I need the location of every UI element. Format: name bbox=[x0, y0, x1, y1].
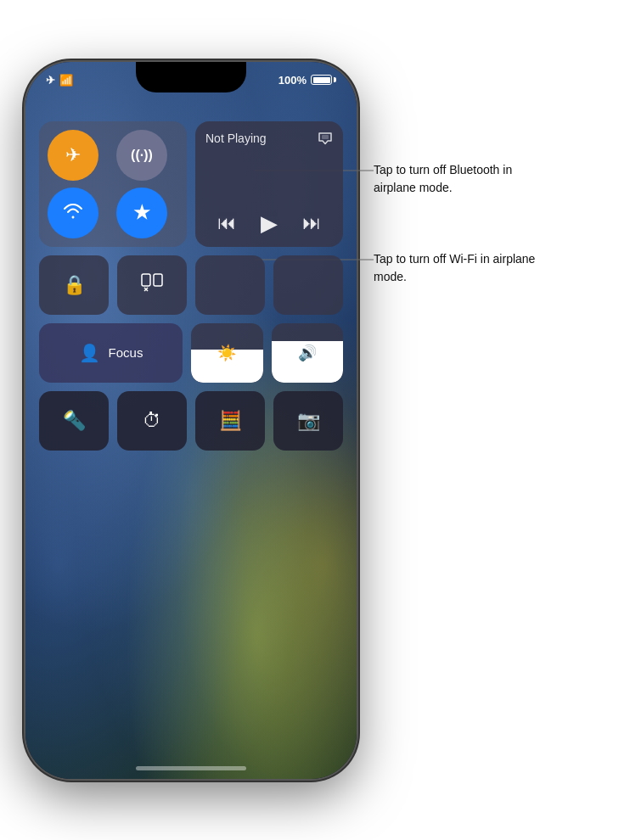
airplane-icon: ✈ bbox=[65, 144, 81, 166]
mirror-icon bbox=[141, 273, 163, 297]
cellular-icon: ((·)) bbox=[131, 148, 153, 163]
battery-tip bbox=[334, 77, 336, 82]
cellular-button[interactable]: ((·)) bbox=[116, 130, 167, 181]
empty-slot-2 bbox=[273, 255, 343, 315]
fast-forward-button[interactable]: ⏭ bbox=[302, 212, 321, 234]
svg-rect-2 bbox=[154, 274, 162, 286]
timer-icon: ⏱ bbox=[143, 410, 161, 432]
volume-slider[interactable]: 🔊 bbox=[272, 323, 344, 383]
svg-rect-1 bbox=[142, 274, 150, 286]
airplane-mode-icon: ✈ bbox=[46, 74, 55, 87]
wifi-icon bbox=[62, 202, 84, 224]
calculator-button[interactable]: 🧮 bbox=[195, 391, 265, 451]
battery-icon bbox=[311, 75, 336, 85]
now-playing-widget[interactable]: Not Playing ⏮ ▶ ⏭ bbox=[195, 121, 343, 247]
brightness-slider[interactable]: ☀️ bbox=[191, 323, 263, 383]
bluetooth-button[interactable]: ★ bbox=[116, 188, 167, 238]
svg-rect-0 bbox=[322, 135, 329, 139]
third-row: 👤 Focus ☀️ 🔊 bbox=[39, 323, 343, 383]
not-playing-label: Not Playing bbox=[205, 132, 267, 145]
bluetooth-callout-text: Tap to turn off Bluetooth in airplane mo… bbox=[374, 161, 543, 197]
phone-frame: ✈ 📶 100% ✈ bbox=[25, 62, 357, 779]
wifi-status-icon: 📶 bbox=[59, 74, 73, 87]
calculator-icon: 🧮 bbox=[219, 410, 242, 432]
screen-rotation-button[interactable]: 🔒 bbox=[39, 255, 109, 315]
second-row: 🔒 bbox=[39, 255, 343, 315]
focus-button[interactable]: 👤 Focus bbox=[39, 323, 183, 383]
timer-button[interactable]: ⏱ bbox=[117, 391, 187, 451]
volume-icon: 🔊 bbox=[298, 344, 317, 362]
play-button[interactable]: ▶ bbox=[261, 210, 278, 237]
rewind-button[interactable]: ⏮ bbox=[217, 212, 236, 234]
bluetooth-callout: Tap to turn off Bluetooth in airplane mo… bbox=[374, 161, 543, 197]
battery-fill bbox=[313, 77, 330, 83]
top-grid: ✈ ((·)) bbox=[39, 121, 343, 247]
wifi-button[interactable] bbox=[48, 188, 98, 238]
bluetooth-icon: ★ bbox=[133, 202, 150, 224]
battery-body bbox=[311, 75, 332, 85]
now-playing-top: Not Playing bbox=[205, 132, 333, 148]
focus-person-icon: 👤 bbox=[79, 343, 100, 363]
brightness-icon: ☀️ bbox=[217, 344, 236, 362]
rotation-lock-icon: 🔒 bbox=[63, 274, 86, 296]
scene: ✈ 📶 100% ✈ bbox=[0, 0, 630, 840]
battery-percentage: 100% bbox=[278, 74, 307, 87]
status-right: 100% bbox=[278, 74, 336, 87]
screen-mirror-button[interactable] bbox=[117, 255, 187, 315]
bottom-row: 🔦 ⏱ 🧮 📷 bbox=[39, 391, 343, 451]
flashlight-icon: 🔦 bbox=[63, 410, 86, 432]
wifi-callout-text: Tap to turn off Wi-Fi in airplane mode. bbox=[374, 250, 543, 286]
airplane-mode-button[interactable]: ✈ bbox=[48, 130, 98, 181]
wifi-callout: Tap to turn off Wi-Fi in airplane mode. bbox=[374, 250, 543, 286]
focus-label: Focus bbox=[109, 345, 143, 360]
status-left: ✈ 📶 bbox=[46, 74, 73, 87]
control-center: ✈ ((·)) bbox=[39, 121, 343, 451]
connectivity-grid: ✈ ((·)) bbox=[39, 121, 187, 247]
flashlight-button[interactable]: 🔦 bbox=[39, 391, 109, 451]
home-indicator bbox=[136, 766, 246, 770]
empty-slot-1 bbox=[195, 255, 265, 315]
playback-controls: ⏮ ▶ ⏭ bbox=[205, 210, 333, 237]
camera-icon: 📷 bbox=[297, 410, 320, 432]
notch bbox=[136, 62, 246, 92]
callouts-area: Tap to turn off Bluetooth in airplane mo… bbox=[365, 0, 620, 840]
camera-button[interactable]: 📷 bbox=[273, 391, 343, 451]
airplay-icon[interactable] bbox=[318, 132, 333, 148]
